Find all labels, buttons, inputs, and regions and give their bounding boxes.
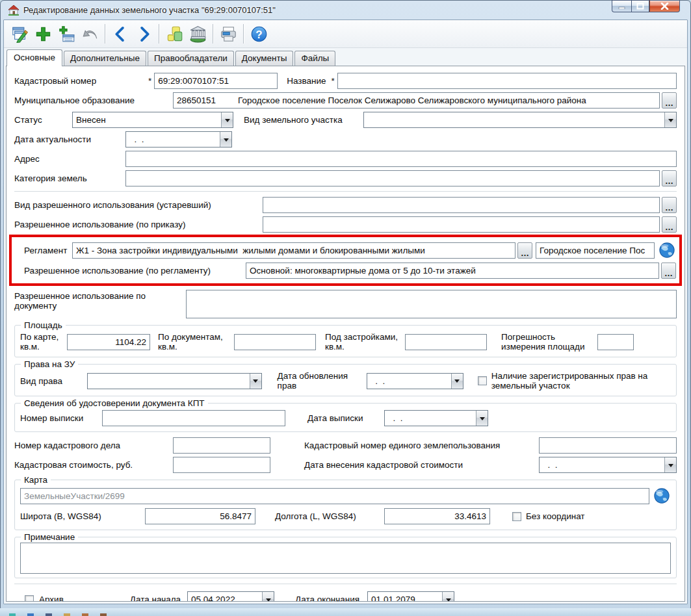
parcel-kind-combo[interactable] <box>363 112 677 128</box>
cost-field[interactable] <box>173 457 270 473</box>
tab-osnovnye[interactable]: Основные <box>7 49 62 66</box>
area-under-buildings-field[interactable] <box>405 334 487 350</box>
latitude-field[interactable]: 56.8477 <box>145 508 255 524</box>
use-by-order-label: Разрешенное использование (по приказу) <box>14 220 263 229</box>
tab-dopolnitelnye[interactable]: Дополнительные <box>64 51 146 66</box>
name-label: Название <box>287 76 326 86</box>
archive-checkbox[interactable] <box>25 595 34 602</box>
cost-date-combo[interactable]: . . <box>539 457 677 473</box>
chevron-down-icon[interactable] <box>220 132 231 147</box>
cadastral-number-field[interactable]: 69:29:0070107:51 <box>154 73 278 89</box>
municipality-browse-button[interactable]: … <box>662 92 677 109</box>
archive-label: Архив <box>39 595 64 602</box>
area-group: Площадь По карте, кв.м. 1104.22 По докум… <box>14 325 677 357</box>
chevron-down-icon[interactable] <box>451 374 463 389</box>
undo-icon[interactable] <box>78 22 101 45</box>
use-by-order-field[interactable] <box>263 216 660 233</box>
chevron-down-icon[interactable] <box>250 374 261 389</box>
globe-icon[interactable] <box>653 487 671 505</box>
note-group: Примечание <box>14 537 677 578</box>
house-icon <box>8 5 20 16</box>
tab-fayly[interactable]: Файлы <box>294 51 335 66</box>
area-under-buildings-label: Под застройками, кв.м. <box>325 332 405 352</box>
right-kind-combo[interactable] <box>87 373 261 389</box>
latitude-label: Широта (B, WGS84) <box>20 511 145 521</box>
longitude-field[interactable]: 33.4613 <box>384 508 490 524</box>
use-by-reglament-browse-button[interactable]: … <box>661 263 676 279</box>
use-obsolete-field[interactable] <box>263 197 660 213</box>
rights-update-date-label: Дата обновления прав <box>278 371 358 391</box>
chevron-down-icon[interactable] <box>442 592 454 602</box>
area-by-map-field[interactable]: 1104.22 <box>67 334 150 350</box>
tab-dokumenty[interactable]: Документы <box>235 51 294 66</box>
chevron-down-icon[interactable] <box>664 457 676 472</box>
map-group: Карта ЗемельныеУчастки/2699 Широта (B, W… <box>14 480 677 530</box>
print-icon[interactable] <box>216 22 240 45</box>
single-use-number-field[interactable] <box>539 437 677 454</box>
reglament-zone-field[interactable]: Ж1 - Зона застройки индивидуальными жилы… <box>72 242 515 259</box>
right-kind-label: Вид права <box>20 376 87 386</box>
end-date-label: Дата окончания <box>295 595 359 602</box>
end-date-combo[interactable]: 01.01.2079 <box>367 591 454 602</box>
registered-rights-checkbox[interactable] <box>478 376 487 385</box>
name-field[interactable] <box>337 73 677 89</box>
maximize-button[interactable] <box>631 0 649 12</box>
actuality-date-combo[interactable]: . . <box>125 131 232 148</box>
land-category-field[interactable] <box>125 170 660 186</box>
map-path-field[interactable]: ЗемельныеУчастки/2699 <box>20 488 649 504</box>
reglament-territory-field[interactable]: Городское поселение Пос <box>536 242 655 259</box>
no-coords-label: Без координат <box>526 511 585 521</box>
highlight-annotation: Регламент Ж1 - Зона застройки индивидуал… <box>9 235 682 286</box>
required-mark: * <box>332 76 335 86</box>
no-coords-checkbox[interactable] <box>512 512 521 521</box>
case-number-field[interactable] <box>173 437 270 454</box>
cost-label: Кадастровая стоимость, руб. <box>14 460 173 470</box>
use-obsolete-browse-button[interactable]: … <box>662 197 677 213</box>
extract-date-combo[interactable]: . . <box>384 410 488 426</box>
separator <box>14 584 677 585</box>
status-label: Статус <box>14 115 72 125</box>
kpt-group: Сведения об удостоверении документа КПТ … <box>14 403 677 432</box>
separator <box>14 191 677 192</box>
add-icon[interactable] <box>31 22 55 45</box>
svg-text:?: ? <box>255 28 262 40</box>
use-by-reglament-label: Разрешенное использование (по регламенту… <box>15 266 246 276</box>
case-number-label: Номер кадастрового дела <box>14 441 173 450</box>
previous-icon[interactable] <box>109 22 132 45</box>
use-by-reglament-field[interactable]: Основной: многоквартирные дома от 5 до 1… <box>246 263 659 279</box>
chevron-down-icon[interactable] <box>221 112 233 127</box>
chevron-down-icon[interactable] <box>262 592 274 602</box>
globe-icon[interactable] <box>658 241 676 259</box>
edit-record-icon[interactable] <box>8 22 31 45</box>
area-precision-field[interactable] <box>597 334 634 350</box>
registry-building-icon[interactable] <box>186 22 209 45</box>
use-by-document-field[interactable] <box>186 290 677 318</box>
title-bar[interactable]: Редактирование данных земельного участка… <box>3 1 688 19</box>
extract-number-field[interactable] <box>102 410 285 426</box>
use-by-order-browse-button[interactable]: … <box>662 216 677 233</box>
start-date-combo[interactable]: 05.04.2022 <box>187 591 274 602</box>
layers-icon[interactable] <box>163 22 186 45</box>
reglament-browse-button[interactable]: … <box>517 242 532 259</box>
municipality-field[interactable]: 28650151 Городское поселение Поселок Сел… <box>173 92 660 109</box>
toolbar: ? <box>4 20 687 48</box>
note-field[interactable] <box>20 543 671 574</box>
start-date-label: Дата начала <box>130 595 181 602</box>
help-icon[interactable]: ? <box>247 22 270 45</box>
next-icon[interactable] <box>132 22 155 45</box>
tab-pravoobladateli[interactable]: Правообладатели <box>148 51 234 66</box>
close-button[interactable] <box>649 0 680 12</box>
add-with-details-icon[interactable] <box>55 22 78 45</box>
tab-page-main: Кадастровый номер * 69:29:0070107:51 Наз… <box>6 66 685 602</box>
parcel-kind-label: Вид земельного участка <box>244 115 363 125</box>
chevron-down-icon[interactable] <box>664 112 676 127</box>
area-by-docs-field[interactable] <box>234 334 316 350</box>
chevron-down-icon[interactable] <box>476 411 488 426</box>
status-combo[interactable]: Внесен <box>72 112 233 128</box>
land-category-browse-button[interactable]: … <box>662 170 677 186</box>
address-field[interactable] <box>125 151 677 167</box>
extract-number-label: Номер выписки <box>20 413 102 423</box>
required-mark: * <box>148 76 151 86</box>
minimize-button[interactable] <box>612 0 631 12</box>
rights-update-date-combo[interactable]: . . <box>367 373 463 389</box>
